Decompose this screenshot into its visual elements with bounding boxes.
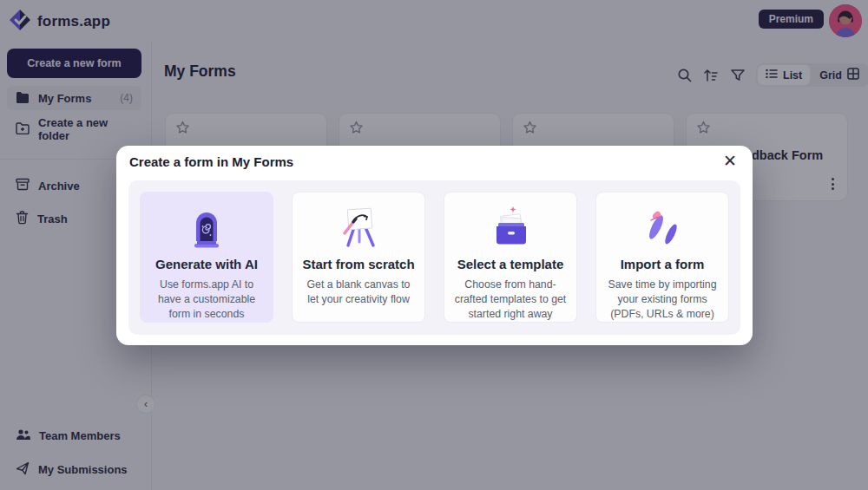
option-generate-with-ai[interactable]: Generate with AI Use forms.app AI to hav…: [140, 192, 273, 323]
option-description: Get a blank canvas to let your creativit…: [293, 278, 424, 307]
option-description: Use forms.app AI to have a customizable …: [141, 278, 273, 322]
easel-icon: [293, 201, 424, 252]
close-icon[interactable]: ✕: [720, 151, 740, 172]
option-import-a-form[interactable]: Import a form Save time by importing you…: [595, 192, 729, 323]
modal-options-panel: Generate with AI Use forms.app AI to hav…: [128, 180, 740, 335]
option-title: Generate with AI: [141, 257, 273, 271]
option-title: Start from scratch: [293, 257, 424, 271]
ai-portal-icon: [141, 201, 273, 252]
option-title: Import a form: [596, 257, 728, 271]
import-pen-icon: [596, 201, 728, 252]
option-start-from-scratch[interactable]: Start from scratch Get a blank canvas to…: [292, 192, 425, 323]
option-select-a-template[interactable]: Select a template Choose from hand-craft…: [444, 192, 577, 323]
option-description: Save time by importing your existing for…: [596, 278, 728, 322]
modal-title: Create a form in My Forms: [129, 154, 293, 169]
option-title: Select a template: [444, 257, 576, 271]
template-box-icon: [444, 201, 576, 252]
create-form-modal: Create a form in My Forms ✕ Generate wit…: [116, 146, 753, 345]
option-description: Choose from hand-crafted templates to ge…: [444, 278, 576, 322]
